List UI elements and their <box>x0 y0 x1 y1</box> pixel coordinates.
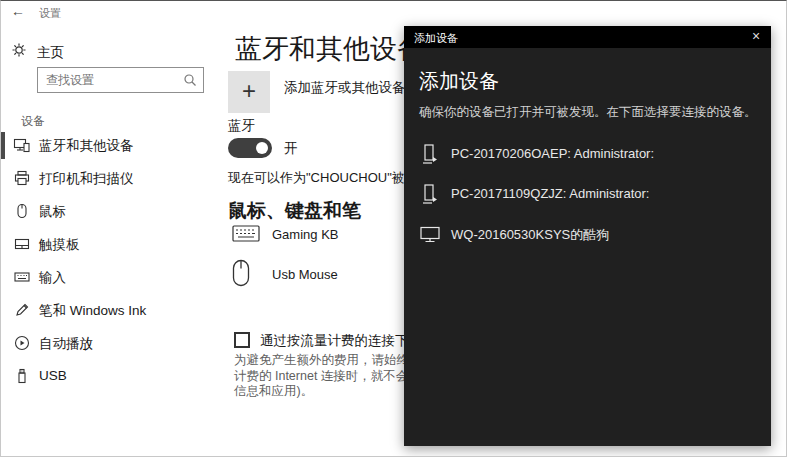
add-device-button-label: 添加蓝牙或其他设备 <box>284 79 406 97</box>
dialog-titlebar: 添加设备 × <box>404 26 771 48</box>
device-row-mouse[interactable]: Usb Mouse <box>232 259 250 293</box>
close-icon[interactable]: × <box>741 26 771 48</box>
sidebar-item-typing[interactable]: 输入 <box>1 261 221 294</box>
search-box[interactable] <box>37 67 204 93</box>
gear-icon <box>11 42 27 58</box>
sidebar-item-autoplay[interactable]: 自动播放 <box>1 327 221 360</box>
sidebar-item-label: 鼠标 <box>39 203 66 221</box>
device-name: Usb Mouse <box>272 267 338 282</box>
discovered-device-name: WQ-20160530KSYS的酷狗 <box>451 226 609 244</box>
sidebar-item-label: 蓝牙和其他设备 <box>39 137 134 155</box>
keyboard-device-icon <box>232 223 260 243</box>
devices-section-header: 鼠标、键盘和笔 <box>228 198 361 224</box>
sidebar-item-pen-windows-ink[interactable]: 笔和 Windows Ink <box>1 294 221 327</box>
settings-window: ← 设置 主页 设备 <box>0 0 787 457</box>
discovered-device-row[interactable]: PC-20170206OAEP: Administrator: <box>404 134 771 174</box>
bluetooth-toggle[interactable] <box>228 138 272 158</box>
sidebar-item-home[interactable]: 主页 <box>1 37 211 67</box>
sidebar-section-label: 设备 <box>21 113 45 130</box>
sidebar-item-label: USB <box>39 368 67 383</box>
discovered-devices-list: PC-20170206OAEP: Administrator: PC-20171… <box>404 134 771 254</box>
metered-checkbox-label: 通过按流量计费的连接下载 <box>260 332 422 350</box>
sidebar-item-mouse[interactable]: 鼠标 <box>1 195 221 228</box>
metered-checkbox[interactable] <box>234 332 250 348</box>
usb-icon <box>13 367 31 385</box>
sidebar-item-touchpad[interactable]: 触摸板 <box>1 228 221 261</box>
sidebar-item-bluetooth[interactable]: 蓝牙和其他设备 <box>1 129 221 162</box>
sidebar-item-label: 笔和 Windows Ink <box>39 302 146 320</box>
monitor-icon <box>419 223 441 245</box>
bluetooth-toggle-row: 开 <box>228 138 272 158</box>
cast-device-icon <box>419 183 441 205</box>
touchpad-icon <box>13 235 31 253</box>
sidebar-home-label: 主页 <box>37 44 64 62</box>
sidebar-item-label: 打印机和扫描仪 <box>39 170 134 188</box>
pen-icon <box>13 301 31 319</box>
mouse-device-icon <box>232 259 250 287</box>
discovered-device-name: PC-20171109QZJZ: Administrator: <box>451 186 649 201</box>
search-icon[interactable] <box>183 73 197 87</box>
dialog-title: 添加设备 <box>414 31 458 46</box>
device-row-keyboard[interactable]: Gaming KB <box>232 223 260 257</box>
dialog-heading: 添加设备 <box>419 68 499 95</box>
window-titlebar: ← 设置 <box>1 1 786 25</box>
sidebar: 主页 设备 蓝牙和其他设备 <box>1 25 221 457</box>
discovered-device-row[interactable]: PC-20171109QZJZ: Administrator: <box>404 174 771 214</box>
bluetooth-label: 蓝牙 <box>228 117 255 135</box>
sidebar-item-label: 触摸板 <box>39 236 80 254</box>
discovered-device-row[interactable]: WQ-20160530KSYS的酷狗 <box>404 214 771 254</box>
cast-device-icon <box>419 143 441 165</box>
toggle-state-label: 开 <box>284 140 298 158</box>
device-name: Gaming KB <box>272 227 338 242</box>
discovered-device-name: PC-20170206OAEP: Administrator: <box>451 146 654 161</box>
mouse-icon <box>13 202 31 220</box>
search-input[interactable] <box>46 68 176 92</box>
printer-icon <box>13 169 31 187</box>
page-title: 蓝牙和其他设备 <box>235 31 424 67</box>
sidebar-item-printers[interactable]: 打印机和扫描仪 <box>1 162 221 195</box>
add-device-dialog: 添加设备 × 添加设备 确保你的设备已打开并可被发现。在下面选择要连接的设备。 … <box>404 26 771 446</box>
add-device-button[interactable]: + 添加蓝牙或其他设备 <box>228 71 428 113</box>
keyboard-icon <box>13 268 31 286</box>
sidebar-item-label: 自动播放 <box>39 335 93 353</box>
plus-icon[interactable]: + <box>228 71 270 113</box>
sidebar-item-usb[interactable]: USB <box>1 360 221 393</box>
discoverable-status-text: 现在可以作为"CHOUCHOU"被发现 <box>228 169 431 187</box>
toggle-knob <box>256 142 268 154</box>
sidebar-item-label: 输入 <box>39 269 66 287</box>
bluetooth-devices-icon <box>13 136 31 154</box>
back-button[interactable]: ← <box>11 3 25 19</box>
autoplay-icon <box>13 334 31 352</box>
dialog-subtitle: 确保你的设备已打开并可被发现。在下面选择要连接的设备。 <box>419 104 757 121</box>
sidebar-nav: 蓝牙和其他设备 打印机和扫描仪 鼠标 <box>1 129 221 393</box>
window-title: 设置 <box>39 6 61 21</box>
